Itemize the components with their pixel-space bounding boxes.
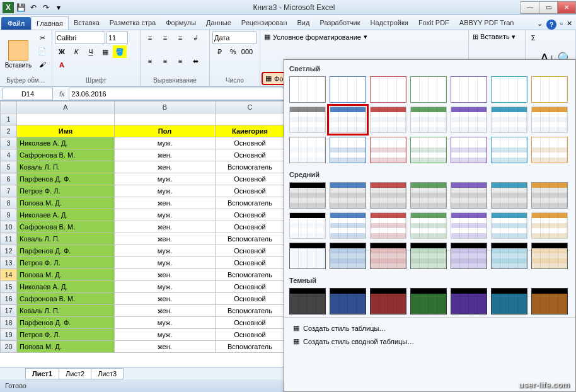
align-top-icon[interactable]: ≡ [143, 32, 157, 44]
row-header[interactable]: 13 [1, 257, 17, 269]
insert-cells-button[interactable]: ⊞ Вставить ▾ [470, 32, 524, 42]
ribbon-tab[interactable]: Foxit PDF [413, 16, 454, 30]
ribbon-tab[interactable]: Формулы [161, 16, 201, 30]
table-style-thumb[interactable] [531, 243, 568, 269]
table-style-thumb[interactable] [330, 212, 366, 239]
bold-button[interactable]: Ж [55, 45, 69, 58]
row-header[interactable]: 7 [1, 185, 17, 197]
underline-button[interactable]: Ч [84, 45, 98, 58]
table-style-thumb[interactable] [289, 76, 326, 103]
format-painter-icon[interactable]: 🖌 [35, 58, 49, 71]
table-style-thumb[interactable] [370, 107, 406, 133]
table-style-thumb[interactable] [410, 182, 447, 209]
font-size-combo[interactable] [107, 32, 128, 44]
cell[interactable]: муж. [115, 329, 216, 341]
align-bottom-icon[interactable]: ≡ [173, 32, 187, 44]
file-tab[interactable]: Файл [1, 17, 31, 30]
cell[interactable]: Вспомогатель [216, 233, 285, 245]
help-icon[interactable]: ? [546, 20, 556, 30]
cell[interactable]: муж. [115, 245, 216, 257]
ribbon-tab[interactable]: Рецензирован [236, 16, 292, 30]
table-style-thumb[interactable] [330, 137, 366, 163]
cut-icon[interactable]: ✂ [35, 32, 49, 44]
cell[interactable]: Вспомогатель [216, 161, 285, 173]
align-right-icon[interactable]: ≡ [173, 55, 187, 67]
sheet-tab[interactable]: Лист2 [59, 368, 91, 379]
select-all-corner[interactable] [1, 101, 17, 113]
table-style-thumb[interactable] [330, 182, 366, 209]
ribbon-tab[interactable]: Разработчик [314, 16, 365, 30]
table-style-thumb[interactable] [370, 243, 406, 269]
cell[interactable]: Сафронова В. М. [17, 149, 115, 161]
cell[interactable]: Петров Ф. Л. [17, 329, 115, 341]
cell[interactable]: Основной [216, 173, 285, 185]
table-style-thumb[interactable] [330, 107, 366, 133]
minimize-button[interactable]: — [521, 1, 539, 14]
cell[interactable]: муж. [115, 209, 216, 221]
font-color-button[interactable]: A [55, 59, 69, 71]
cell[interactable]: жен. [115, 305, 216, 317]
cell[interactable]: Основной [216, 149, 285, 161]
cell[interactable]: Основной [216, 185, 285, 197]
table-style-thumb[interactable] [491, 243, 527, 269]
table-style-thumb[interactable] [410, 212, 447, 239]
row-header[interactable]: 18 [1, 317, 17, 329]
new-pivot-style-button[interactable]: ▦ Создать стиль сводной таблицы… [288, 335, 572, 348]
cell[interactable]: жен. [115, 233, 216, 245]
table-style-thumb[interactable] [531, 182, 568, 209]
cell[interactable]: Коваль Л. П. [17, 305, 115, 317]
table-style-thumb[interactable] [491, 137, 527, 163]
row-header[interactable]: 5 [1, 161, 17, 173]
align-center-icon[interactable]: ≡ [158, 55, 172, 67]
wrap-text-icon[interactable]: ↲ [188, 32, 202, 44]
column-header[interactable]: A [17, 101, 115, 113]
new-table-style-button[interactable]: ▦ Создать стиль таблицы… [288, 321, 572, 335]
table-style-thumb[interactable] [370, 76, 406, 103]
cell[interactable]: жен. [115, 149, 216, 161]
cell[interactable]: Николаев А. Д. [17, 209, 115, 221]
table-style-thumb[interactable] [330, 243, 366, 269]
cell[interactable]: Попова М. Д. [17, 269, 115, 281]
cell[interactable]: Основной [216, 329, 285, 341]
save-icon[interactable]: 💾 [15, 2, 26, 13]
table-style-thumb[interactable] [330, 76, 366, 103]
cell[interactable]: Основной [216, 209, 285, 221]
table-style-thumb[interactable] [289, 137, 326, 163]
italic-button[interactable]: К [69, 45, 83, 58]
row-header[interactable]: 14 [1, 269, 17, 281]
cell[interactable]: Сафронова В. М. [17, 293, 115, 305]
row-header[interactable]: 17 [1, 305, 17, 317]
table-style-thumb[interactable] [451, 137, 487, 163]
ribbon-tab[interactable]: Главная [31, 16, 69, 30]
row-header[interactable]: 9 [1, 209, 17, 221]
ribbon-tab[interactable]: Надстройки [366, 16, 413, 30]
ribbon-minimize-icon[interactable]: ⌄ [537, 20, 543, 30]
row-header[interactable]: 2 [1, 125, 17, 137]
comma-icon[interactable]: 000 [240, 45, 254, 58]
cell[interactable]: муж. [115, 281, 216, 293]
cell[interactable]: Николаев А. Д. [17, 281, 115, 293]
cell[interactable]: Попова М. Д. [17, 341, 115, 353]
ribbon-tab[interactable]: Вид [292, 16, 315, 30]
currency-icon[interactable]: ₽ [212, 45, 226, 58]
window-close-icon[interactable]: ✕ [567, 20, 572, 30]
cell[interactable]: Основной [216, 293, 285, 305]
cell[interactable]: Сафронова В. М. [17, 221, 115, 233]
cell[interactable]: Вспомогатель [216, 197, 285, 209]
table-style-thumb[interactable] [491, 212, 527, 239]
cell[interactable]: Коваль Л. П. [17, 233, 115, 245]
table-style-thumb[interactable] [410, 137, 447, 163]
cell[interactable]: муж. [115, 317, 216, 329]
cell[interactable]: муж. [115, 257, 216, 269]
table-style-thumb[interactable] [451, 182, 487, 209]
qat-dropdown-icon[interactable]: ▾ [53, 2, 64, 13]
row-header[interactable]: 15 [1, 281, 17, 293]
table-style-thumb[interactable] [289, 243, 326, 269]
ribbon-tab[interactable]: Разметка стра [105, 16, 161, 30]
table-style-thumb[interactable] [531, 288, 568, 314]
cell[interactable]: Николаев А. Д. [17, 137, 115, 149]
table-style-thumb[interactable] [491, 288, 527, 314]
table-style-thumb[interactable] [531, 212, 568, 239]
cell[interactable]: Парфенов Д. Ф. [17, 173, 115, 185]
cell[interactable]: Каиегория [216, 125, 285, 137]
